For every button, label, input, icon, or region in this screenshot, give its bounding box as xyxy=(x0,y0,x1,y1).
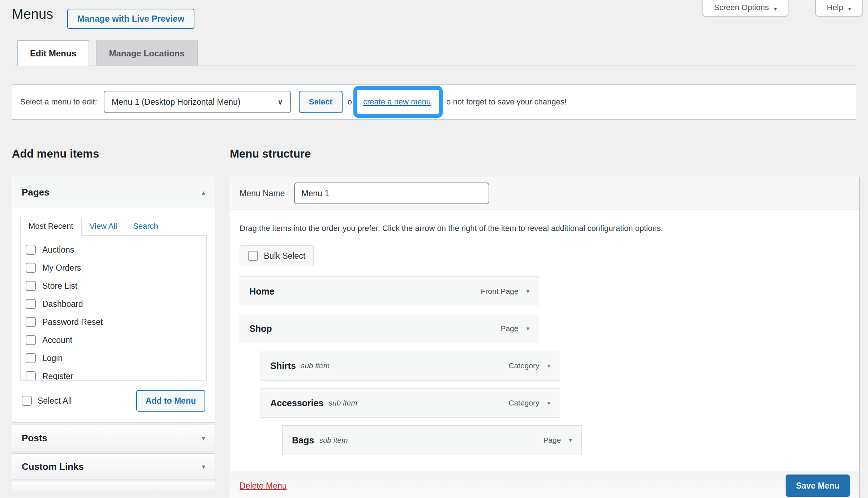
create-new-menu-link[interactable]: create a new menu xyxy=(363,97,431,107)
list-item: Store List xyxy=(26,277,206,295)
checkbox-auctions[interactable] xyxy=(26,245,36,255)
menu-name-label: Menu Name xyxy=(240,189,285,198)
list-item: My Orders xyxy=(26,259,206,277)
menu-item-title: Bags xyxy=(292,435,314,446)
menu-structure-panel: Menu Name Drag the items into the order … xyxy=(230,177,860,498)
menu-item-type: Front Page xyxy=(481,287,519,296)
sub-item-label: sub item xyxy=(301,361,330,370)
custom-links-panel: Custom Links ▾ xyxy=(12,453,215,480)
chevron-down-icon: ∨ xyxy=(278,98,283,106)
save-reminder-text: o not forget to save your changes! xyxy=(446,97,567,107)
page-label: Register xyxy=(42,372,73,381)
screen-options-label: Screen Options xyxy=(714,3,769,12)
bulk-select-label: Bulk Select xyxy=(264,251,305,261)
add-menu-items-heading: Add menu items xyxy=(12,147,99,160)
tab-most-recent[interactable]: Most Recent xyxy=(20,217,82,236)
list-item: Login xyxy=(26,349,206,367)
tab-manage-locations[interactable]: Manage Locations xyxy=(96,40,197,66)
pages-tabs: Most Recent View All Search xyxy=(20,217,207,236)
pages-panel: Pages ▴ Most Recent View All Search Auct… xyxy=(12,177,215,423)
menu-item-home[interactable]: Home Front Page▾ xyxy=(240,276,539,306)
menu-item-title: Shop xyxy=(249,323,272,334)
menu-item-accessories[interactable]: Accessories sub item Category▾ xyxy=(261,388,560,418)
select-button[interactable]: Select xyxy=(299,91,343,113)
screen-options-button[interactable]: Screen Options ▾ xyxy=(702,0,788,17)
checkbox-store-list[interactable] xyxy=(26,281,36,291)
tab-search[interactable]: Search xyxy=(125,217,166,236)
manage-live-preview-button[interactable]: Manage with Live Preview xyxy=(67,9,194,29)
checkbox-login[interactable] xyxy=(26,353,36,363)
checkbox-account[interactable] xyxy=(26,335,36,345)
select-all-row: Select All Add to Menu xyxy=(20,390,207,412)
tab-bar: Edit Menus Manage Locations xyxy=(12,40,856,65)
select-menu-bar: Select a menu to edit: Menu 1 (Desktop H… xyxy=(12,84,856,120)
list-item: Password Reset xyxy=(26,313,206,331)
page-label: Store List xyxy=(42,281,77,291)
chevron-down-icon: ▾ xyxy=(774,5,777,12)
pages-panel-title: Pages xyxy=(22,187,50,198)
menu-item-type: Category xyxy=(508,399,539,407)
menus-admin-page: Menus Manage with Live Preview Screen Op… xyxy=(0,0,868,498)
add-menu-items-column: Pages ▴ Most Recent View All Search Auct… xyxy=(12,177,215,491)
menu-item-shop[interactable]: Shop Page▾ xyxy=(240,314,539,343)
menu-name-input[interactable] xyxy=(294,183,489,204)
page-label: My Orders xyxy=(42,263,81,273)
menu-structure-body: Drag the items into the order you prefer… xyxy=(230,210,859,455)
custom-links-panel-header[interactable]: Custom Links ▾ xyxy=(12,454,215,480)
menu-item-title: Accessories xyxy=(270,398,323,408)
page-label: Dashboard xyxy=(42,299,83,309)
list-item: Dashboard xyxy=(26,295,206,313)
page-label: Account xyxy=(42,335,72,345)
bulk-select-checkbox[interactable] xyxy=(248,251,258,261)
help-button[interactable]: Help ▾ xyxy=(815,0,863,17)
help-label: Help xyxy=(827,3,843,12)
menu-item-type: Page xyxy=(500,324,518,333)
checkbox-dashboard[interactable] xyxy=(26,299,36,309)
menu-item-shirts[interactable]: Shirts sub item Category▾ xyxy=(261,351,560,381)
checkbox-password-reset[interactable] xyxy=(26,317,36,327)
checkbox-my-orders[interactable] xyxy=(26,263,36,273)
collapse-arrow-icon[interactable]: ▴ xyxy=(202,188,205,197)
select-all-checkbox[interactable] xyxy=(22,396,32,406)
item-expand-caret-icon[interactable]: ▾ xyxy=(526,288,529,295)
select-all-label: Select All xyxy=(38,396,72,406)
delete-menu-link[interactable]: Delete Menu xyxy=(240,481,287,491)
item-expand-caret-icon[interactable]: ▾ xyxy=(526,325,529,332)
period-text: . xyxy=(431,97,433,107)
page-label: Login xyxy=(42,353,63,363)
posts-panel-title: Posts xyxy=(22,433,47,444)
drag-instruction-text: Drag the items into the order you prefer… xyxy=(240,224,850,233)
create-new-menu-highlight-box: create a new menu . xyxy=(353,86,443,118)
posts-panel: Posts ▾ xyxy=(12,425,215,451)
pages-panel-body: Most Recent View All Search Auctions My … xyxy=(12,208,215,422)
menu-item-title: Shirts xyxy=(270,361,296,371)
pages-panel-header[interactable]: Pages ▴ xyxy=(12,177,215,208)
checkbox-register[interactable] xyxy=(26,371,36,381)
page-label: Password Reset xyxy=(42,317,103,327)
next-panel-clipped xyxy=(12,482,215,491)
menu-structure-footer: Delete Menu Save Menu xyxy=(230,471,859,498)
item-expand-caret-icon[interactable]: ▾ xyxy=(547,399,550,407)
pages-checklist: Auctions My Orders Store List Dashboard … xyxy=(20,235,207,381)
menu-structure-heading: Menu structure xyxy=(230,147,311,160)
menu-item-title: Home xyxy=(249,286,274,297)
tab-edit-menus[interactable]: Edit Menus xyxy=(17,40,89,66)
posts-panel-header[interactable]: Posts ▾ xyxy=(12,425,215,451)
menu-item-type: Category xyxy=(508,361,539,370)
menu-item-bags[interactable]: Bags sub item Page▾ xyxy=(282,425,582,455)
add-to-menu-button[interactable]: Add to Menu xyxy=(136,390,205,412)
list-item: Account xyxy=(26,331,206,349)
page-label: Auctions xyxy=(42,245,74,255)
sub-item-label: sub item xyxy=(319,436,348,445)
expand-arrow-icon[interactable]: ▾ xyxy=(202,434,205,442)
custom-links-panel-title: Custom Links xyxy=(22,461,84,472)
select-menu-label: Select a menu to edit: xyxy=(20,97,97,107)
menu-item-type: Page xyxy=(543,436,561,445)
save-menu-button[interactable]: Save Menu xyxy=(786,475,850,497)
menu-select-dropdown[interactable]: Menu 1 (Desktop Horizontal Menu) ∨ xyxy=(104,91,291,113)
tab-view-all[interactable]: View All xyxy=(82,217,125,236)
expand-arrow-icon[interactable]: ▾ xyxy=(202,463,205,471)
item-expand-caret-icon[interactable]: ▾ xyxy=(547,362,550,370)
item-expand-caret-icon[interactable]: ▾ xyxy=(569,437,572,444)
chevron-down-icon: ▾ xyxy=(848,5,851,12)
